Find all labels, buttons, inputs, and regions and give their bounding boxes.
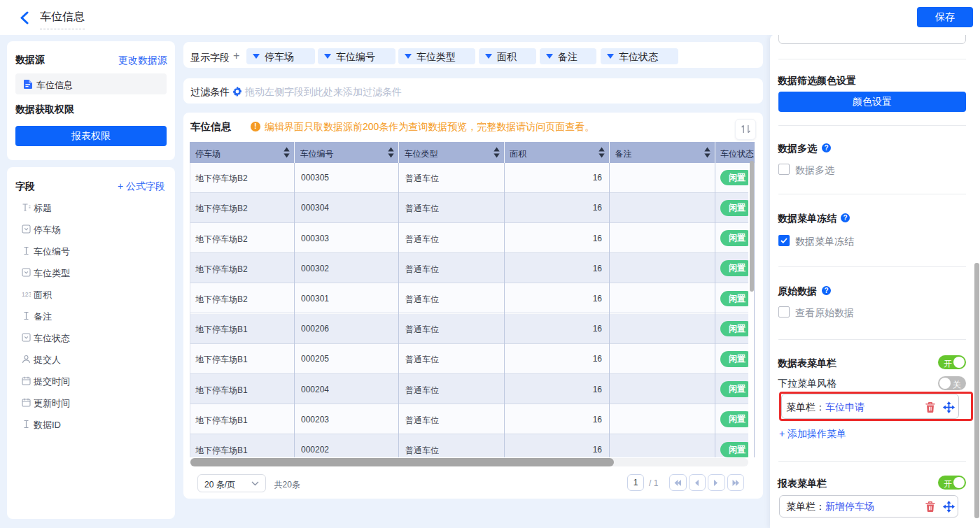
svg-text:123: 123 <box>22 291 31 298</box>
